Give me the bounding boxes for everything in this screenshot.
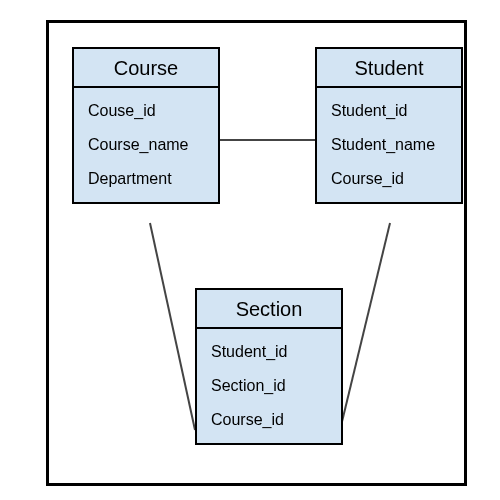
entity-attr: Section_id xyxy=(197,369,341,403)
er-diagram: Course Couse_id Course_name Department S… xyxy=(0,0,500,500)
entity-student: Student Student_id Student_name Course_i… xyxy=(315,47,463,204)
entity-attr: Student_id xyxy=(317,94,461,128)
entity-attrs: Couse_id Course_name Department xyxy=(74,88,218,202)
entity-title: Course xyxy=(74,49,218,88)
entity-course: Course Couse_id Course_name Department xyxy=(72,47,220,204)
entity-title: Section xyxy=(197,290,341,329)
entity-attr: Course_name xyxy=(74,128,218,162)
entity-title: Student xyxy=(317,49,461,88)
entity-attr: Couse_id xyxy=(74,94,218,128)
entity-attr: Department xyxy=(74,162,218,196)
entity-attrs: Student_id Student_name Course_id xyxy=(317,88,461,202)
entity-section: Section Student_id Section_id Course_id xyxy=(195,288,343,445)
entity-attr: Course_id xyxy=(197,403,341,437)
entity-attr: Course_id xyxy=(317,162,461,196)
entity-attrs: Student_id Section_id Course_id xyxy=(197,329,341,443)
entity-attr: Student_id xyxy=(197,335,341,369)
entity-attr: Student_name xyxy=(317,128,461,162)
